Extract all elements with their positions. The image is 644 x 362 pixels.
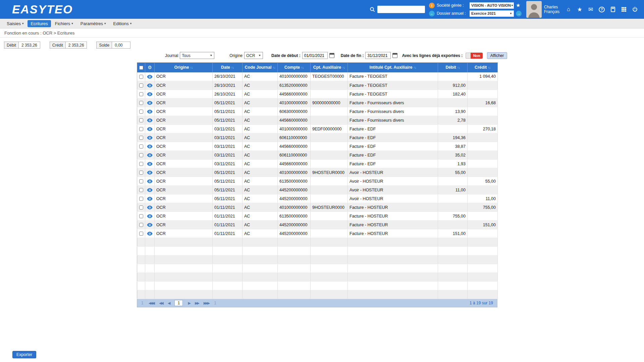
- select-all-checkbox[interactable]: [139, 66, 143, 70]
- favorites-icon[interactable]: ★: [577, 6, 583, 13]
- show-button[interactable]: Afficher: [487, 52, 507, 59]
- current-page-input[interactable]: 1: [174, 300, 183, 306]
- menu-item-fichiers[interactable]: Fichiers▾: [52, 20, 76, 27]
- header-icon-strip: ⌂ ★ ✉ ?: [566, 6, 638, 13]
- row-checkbox[interactable]: [139, 92, 143, 96]
- origine-select[interactable]: OCR ▼: [244, 52, 263, 59]
- column-settings-header[interactable]: ⚙: [145, 63, 155, 72]
- view-icon[interactable]: [147, 118, 153, 122]
- cell-debit: 11,00: [438, 186, 468, 194]
- journal-select[interactable]: Tous ▼: [180, 52, 214, 59]
- search-input[interactable]: [377, 6, 425, 13]
- home-icon[interactable]: ⌂: [566, 6, 572, 13]
- row-checkbox[interactable]: [139, 118, 143, 122]
- menu-item-ecritures[interactable]: Ecritures: [28, 20, 51, 27]
- row-checkbox[interactable]: [139, 101, 143, 105]
- view-icon[interactable]: [147, 188, 153, 192]
- row-checkbox[interactable]: [139, 127, 143, 131]
- view-icon[interactable]: [147, 136, 153, 140]
- view-icon[interactable]: [147, 101, 153, 105]
- cell-debit: 13,90: [438, 107, 468, 116]
- power-icon[interactable]: [632, 7, 638, 12]
- date-end-input[interactable]: [365, 52, 391, 59]
- apps-grid-icon[interactable]: [621, 7, 627, 12]
- table-row: OCR05/11/2021AC445200000000Avoir - HOSTE…: [137, 186, 498, 194]
- empty-row: [137, 255, 498, 264]
- user-profile[interactable]: Charles François: [526, 1, 559, 18]
- col-intitule[interactable]: Intitulé Cpt. Auxiliaire↑↓: [348, 63, 438, 72]
- menu-item-parametres[interactable]: Paramètres▾: [77, 20, 109, 27]
- row-checkbox[interactable]: [139, 197, 143, 201]
- exported-toggle[interactable]: Non: [466, 53, 482, 59]
- cell-debit: [438, 221, 468, 229]
- prev-group-button[interactable]: ◀◀: [159, 301, 163, 305]
- row-checkbox[interactable]: [139, 162, 143, 166]
- calendar-icon[interactable]: [392, 53, 397, 58]
- previous-exercise-icon[interactable]: ←: [429, 11, 435, 16]
- row-checkbox[interactable]: [139, 110, 143, 114]
- row-checkbox[interactable]: [139, 144, 143, 148]
- next-exercise-icon[interactable]: →: [516, 11, 522, 16]
- table-row: OCR01/11/2021AC445200000000Facture - HOS…: [137, 221, 498, 229]
- company-select[interactable]: VISION - AUTO VISION ▼: [470, 2, 514, 9]
- col-credit[interactable]: Crédit↑↓: [468, 63, 498, 72]
- view-icon[interactable]: [147, 214, 153, 218]
- row-checkbox[interactable]: [139, 205, 143, 209]
- view-icon[interactable]: [147, 179, 153, 183]
- table-row: OCR01/11/2021AC445200000000Facture - HOS…: [137, 229, 498, 238]
- cell-code-journal: AC: [243, 99, 278, 107]
- cell-code-journal: AC: [243, 203, 278, 212]
- help-icon[interactable]: ?: [599, 7, 605, 12]
- view-icon[interactable]: [147, 197, 153, 201]
- row-checkbox[interactable]: [139, 179, 143, 183]
- date-start-input[interactable]: [302, 52, 328, 59]
- row-checkbox[interactable]: [139, 153, 143, 157]
- cell-intitule: Facture - HOSTEUR: [348, 229, 438, 238]
- row-checkbox[interactable]: [139, 214, 143, 218]
- view-icon[interactable]: [147, 171, 153, 175]
- next-page-button[interactable]: ▶: [188, 301, 190, 305]
- view-icon[interactable]: [147, 75, 153, 79]
- view-icon[interactable]: [147, 92, 153, 96]
- view-icon[interactable]: [147, 205, 153, 209]
- row-checkbox[interactable]: [139, 136, 143, 140]
- view-icon[interactable]: [147, 232, 153, 236]
- menu-item-saisies[interactable]: Saisies▾: [3, 20, 27, 27]
- row-checkbox[interactable]: [139, 171, 143, 175]
- row-checkbox[interactable]: [139, 223, 143, 227]
- col-date[interactable]: Date↑↓: [213, 63, 243, 72]
- exercise-select[interactable]: Exercice 2021 ▼: [470, 10, 514, 17]
- mail-icon[interactable]: ✉: [588, 6, 594, 13]
- cell-cpt-auxiliaire: [311, 116, 348, 125]
- col-cpt-auxiliaire[interactable]: Cpt. Auxiliaire↑↓: [311, 63, 348, 72]
- view-icon[interactable]: [147, 223, 153, 227]
- calculator-icon[interactable]: [610, 7, 616, 12]
- col-debit[interactable]: Débit↑↓: [438, 63, 468, 72]
- row-checkbox[interactable]: [139, 188, 143, 192]
- row-checkbox[interactable]: [139, 232, 143, 236]
- last-page-button[interactable]: ▶▶▶: [204, 301, 209, 305]
- table-body: OCR26/10/2021AC401000000000TEOGEST00000F…: [137, 72, 498, 299]
- row-checkbox[interactable]: [139, 75, 143, 79]
- calendar-icon[interactable]: [329, 53, 334, 58]
- favorite-star-icon[interactable]: ★: [516, 2, 520, 8]
- row-select-cell: [137, 212, 145, 221]
- menu-item-editions[interactable]: Editions▾: [110, 20, 135, 27]
- view-icon[interactable]: [147, 83, 153, 87]
- view-icon[interactable]: [147, 127, 153, 131]
- next-group-button[interactable]: ▶▶: [195, 301, 199, 305]
- total-debit-value: 2 353,26: [19, 42, 40, 48]
- view-icon[interactable]: [147, 110, 153, 114]
- view-icon[interactable]: [147, 153, 153, 157]
- view-icon[interactable]: [147, 144, 153, 148]
- col-code-journal[interactable]: Code Journal↑↓: [243, 63, 278, 72]
- prev-page-button[interactable]: ◀: [168, 301, 169, 305]
- company-icon[interactable]: i: [429, 3, 435, 8]
- cell-credit: [468, 168, 498, 177]
- col-origine[interactable]: Origine↑↓: [155, 63, 213, 72]
- row-checkbox[interactable]: [139, 83, 143, 87]
- first-page-button[interactable]: ◀◀◀: [149, 301, 154, 305]
- view-icon[interactable]: [147, 162, 153, 166]
- export-button[interactable]: Exporter: [12, 351, 36, 358]
- col-compte[interactable]: Compte↑↓: [278, 63, 311, 72]
